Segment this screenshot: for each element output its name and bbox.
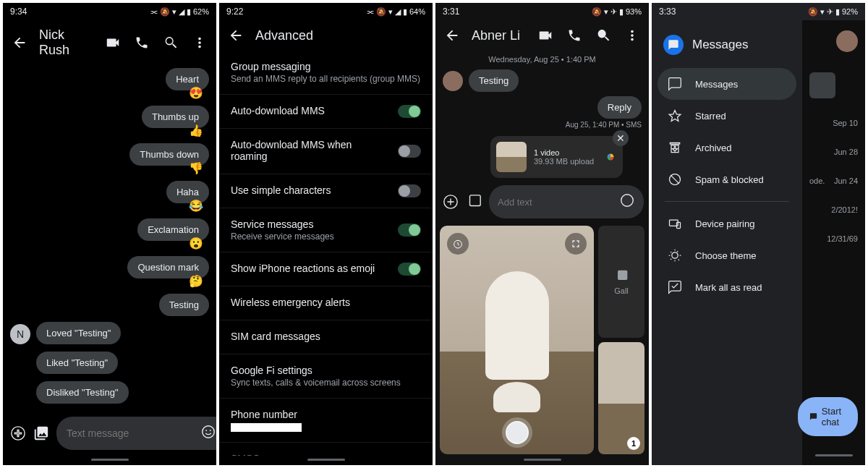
- setting-service-messages[interactable]: Service messagesReceive service messages: [219, 208, 433, 252]
- message-input[interactable]: [67, 427, 193, 439]
- avatar[interactable]: N: [10, 324, 30, 344]
- attachment-preview[interactable]: 1 video 39.93 MB upload ✕: [490, 136, 623, 178]
- status-icons: 🔕 ▾ ✈ ▮ 92%: [808, 7, 858, 17]
- toggle-switch[interactable]: [398, 263, 421, 276]
- drawer-item-messages[interactable]: Messages: [658, 68, 796, 100]
- setting-auto-download-mms[interactable]: Auto-download MMS: [219, 95, 433, 129]
- drawer-header: Messages: [658, 27, 796, 68]
- compose-input-field[interactable]: [489, 185, 644, 218]
- status-bar: 3:31 🔕 ▾ ✈ ▮ 93%: [435, 3, 649, 20]
- gallery-thumbnail[interactable]: 1: [598, 342, 644, 454]
- conversation-item[interactable]: Sep 10: [802, 109, 865, 137]
- toggle-switch[interactable]: [398, 184, 421, 197]
- drawer-item-archived[interactable]: Archived: [658, 132, 796, 163]
- video-call-button[interactable]: [537, 27, 553, 43]
- airplane-icon: ✈: [827, 7, 833, 17]
- call-button[interactable]: [566, 27, 582, 43]
- message-bubble[interactable]: Liked "Testing": [36, 352, 118, 374]
- conversation-item[interactable]: 2/2012!: [802, 195, 865, 224]
- nearby-icon: ⫘: [150, 7, 158, 16]
- status-icons: ⫘ 🔕 ▾ ◢ ▮ 64%: [366, 7, 425, 17]
- camera-viewfinder[interactable]: [440, 226, 594, 454]
- call-button[interactable]: [134, 35, 150, 51]
- back-button[interactable]: [444, 27, 460, 43]
- setting-emergency-alerts[interactable]: Wireless emergency alerts: [219, 286, 433, 320]
- contact-name[interactable]: Nick Rush: [39, 27, 93, 58]
- nav-handle[interactable]: [815, 454, 853, 456]
- gallery-button[interactable]: [466, 194, 482, 210]
- conversation-item[interactable]: [802, 62, 865, 109]
- setting-sim-messages[interactable]: SIM card messages: [219, 320, 433, 354]
- setting-iphone-reactions[interactable]: Show iPhone reactions as emoji: [219, 252, 433, 286]
- more-button[interactable]: [192, 35, 208, 51]
- nav-handle[interactable]: [524, 459, 561, 461]
- selection-badge: 1: [627, 437, 640, 450]
- camera-subject-base: [493, 382, 540, 412]
- message-list[interactable]: Heart😍 Thumbs up👍 Thumbs down👎 Haha😂 Exc…: [3, 65, 216, 411]
- search-button[interactable]: [163, 35, 179, 51]
- message-bubble[interactable]: Testing: [159, 294, 209, 316]
- emoji-button[interactable]: [619, 192, 635, 211]
- setting-phone-number[interactable]: Phone number: [219, 399, 433, 443]
- setting-google-fi[interactable]: Google Fi settingsSync texts, calls & vo…: [219, 354, 433, 399]
- back-button[interactable]: [228, 27, 244, 43]
- signal-icon: ◢: [179, 7, 184, 17]
- status-time: 3:33: [659, 7, 676, 17]
- battery-icon: ▮: [187, 7, 191, 17]
- add-button[interactable]: [10, 425, 26, 441]
- settings-title: Advanced: [255, 28, 424, 43]
- fullscreen-button[interactable]: [565, 233, 587, 255]
- conversation-item[interactable]: ode.Jun 24: [802, 166, 865, 195]
- setting-auto-download-roaming[interactable]: Auto-download MMS when roaming: [219, 129, 433, 174]
- message-bubble[interactable]: Disliked "Testing": [36, 381, 129, 404]
- toggle-switch[interactable]: [398, 224, 421, 237]
- svg-point-1: [205, 430, 207, 431]
- settings-list[interactable]: Group messagingSend an MMS reply to all …: [219, 51, 433, 456]
- drawer-item-spam[interactable]: Spam & blocked: [658, 163, 796, 195]
- setting-group-messaging[interactable]: Group messagingSend an MMS reply to all …: [219, 51, 433, 95]
- timer-button[interactable]: [447, 233, 469, 255]
- reaction-emoji: 😂: [189, 199, 203, 213]
- nav-handle[interactable]: [307, 459, 345, 461]
- wifi-icon: ▾: [604, 7, 608, 17]
- setting-simple-characters[interactable]: Use simple characters: [219, 174, 433, 208]
- svg-point-0: [203, 426, 215, 438]
- video-call-button[interactable]: [105, 35, 121, 51]
- contact-name[interactable]: Abner Li: [472, 28, 526, 43]
- message-bubble[interactable]: Loved "Testing": [36, 322, 121, 344]
- nav-handle[interactable]: [91, 459, 129, 461]
- drawer-item-device-pairing[interactable]: Device pairing: [658, 208, 796, 239]
- back-button[interactable]: [12, 35, 27, 51]
- add-button[interactable]: [443, 194, 459, 210]
- account-avatar[interactable]: [836, 30, 858, 52]
- drawer-item-starred[interactable]: Starred: [658, 100, 796, 132]
- shutter-button[interactable]: [506, 421, 529, 444]
- gallery-button[interactable]: [33, 425, 49, 441]
- divider: [665, 201, 789, 202]
- reaction-emoji: 😍: [189, 86, 203, 100]
- toggle-switch[interactable]: [398, 105, 421, 118]
- avatar[interactable]: [443, 71, 463, 91]
- setting-smsc[interactable]: SMSC: [219, 443, 433, 456]
- nearby-icon: ⫘: [366, 7, 374, 16]
- emoji-button[interactable]: [200, 424, 216, 443]
- drawer-item-theme[interactable]: Choose theme: [658, 239, 796, 271]
- start-chat-fab[interactable]: Start chat: [798, 397, 858, 436]
- message-input-field[interactable]: [56, 417, 216, 450]
- search-button[interactable]: [595, 27, 611, 43]
- message-bubble[interactable]: Testing: [469, 69, 519, 92]
- gallery-button-tile[interactable]: Gall: [598, 226, 644, 338]
- toggle-switch[interactable]: [398, 145, 421, 158]
- message-bubble[interactable]: Reply: [597, 96, 642, 119]
- drawer-item-mark-read[interactable]: Mark all as read: [658, 271, 796, 303]
- remove-attachment-button[interactable]: ✕: [613, 130, 629, 146]
- more-button[interactable]: [624, 27, 640, 43]
- conversation-list-background[interactable]: Sep 10 Jun 28 ode.Jun 24 2/2012! 12/31/6…: [802, 20, 865, 465]
- compose-input[interactable]: [498, 197, 619, 208]
- dnd-icon: 🔕: [808, 7, 818, 17]
- wifi-icon: ▾: [388, 7, 393, 17]
- conversation-item[interactable]: 12/31/69: [802, 224, 865, 253]
- conversation-item[interactable]: Jun 28: [802, 137, 865, 166]
- dnd-icon: 🔕: [376, 7, 386, 17]
- status-icons: ⫘ 🔕 ▾ ◢ ▮ 62%: [150, 7, 209, 17]
